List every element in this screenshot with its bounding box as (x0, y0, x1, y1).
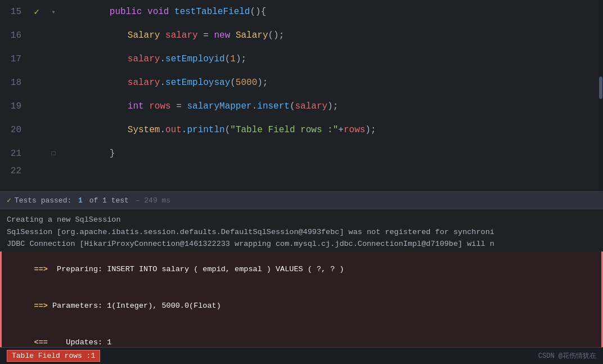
test-check-icon: ✓ (34, 6, 39, 17)
line-number-21: 21 (0, 149, 28, 159)
keyword-int: int (128, 101, 144, 111)
class-salary: Salary (128, 30, 160, 41)
fold-icon-15[interactable]: ▾ (51, 8, 55, 16)
arrow-parameters: ==> (34, 302, 48, 310)
var-rows: rows (149, 101, 170, 111)
line-number-20: 20 (0, 125, 28, 135)
test-passed-icon: ✓ (7, 196, 11, 205)
keyword-new: new (214, 30, 230, 41)
tests-passed-label: Tests passed: 1 of 1 test – 249 ms (15, 196, 170, 205)
fold-gutter-15[interactable]: ▾ (45, 8, 62, 16)
code-content-21: } (62, 138, 115, 169)
parameters-text: Parameters: 1(Integer), 5000.0(Float) (48, 302, 221, 310)
string-table-field-rows: "Table Field rows :" (230, 125, 338, 135)
tests-passed-text: Tests passed: (15, 196, 71, 205)
class-system: System (128, 125, 160, 135)
fold-gutter-21[interactable]: □ (45, 150, 62, 158)
console-line-parameters: ==> Parameters: 1(Integer), 5000.0(Float… (0, 288, 603, 325)
fold-end-icon-21: □ (51, 150, 55, 158)
line-number-18: 18 (0, 78, 28, 88)
code-editor: 15 ✓ ▾ public void testTableField(){ 16 … (0, 0, 603, 191)
console-line-3: JDBC Connection [HikariProxyConnection@1… (0, 238, 603, 250)
var-salary-17: salary (128, 54, 160, 64)
line-gutter-15: ✓ (28, 6, 45, 17)
keyword-void: void (147, 7, 169, 17)
line-number-15: 15 (0, 7, 28, 17)
console-output: Creating a new SqlSession SqlSession [or… (0, 209, 603, 364)
line-number-19: 19 (0, 101, 28, 111)
status-author: CSDN @花伤情犹在 (538, 351, 596, 361)
keyword-out: out (165, 125, 182, 135)
var-rows-20: rows (344, 125, 365, 135)
method-insert: insert (257, 101, 290, 111)
tests-count-value: 1 (78, 196, 83, 205)
line-number-16: 16 (0, 30, 28, 41)
console-line-preparing: ==> Preparing: INSERT INTO salary ( empi… (0, 251, 603, 288)
status-result: Table Field rows :1 (7, 350, 100, 362)
var-salary-19: salary (295, 101, 328, 111)
test-results-bar: ✓ Tests passed: 1 of 1 test – 249 ms (0, 191, 603, 209)
preparing-text: Preparing: INSERT INTO salary ( empid, e… (48, 265, 344, 273)
line-number-22: 22 (0, 166, 28, 176)
app-container: 15 ✓ ▾ public void testTableField(){ 16 … (0, 0, 603, 364)
method-setEmployid: setEmployid (165, 54, 225, 64)
method-setEmploysay: setEmploysay (165, 78, 230, 88)
val-5000: 5000 (236, 78, 257, 88)
arrow-preparing: ==> (34, 265, 48, 273)
val-1: 1 (230, 54, 236, 64)
function-name: testTableField (174, 7, 250, 17)
class-salary-new: Salary (236, 30, 268, 41)
var-salaryMapper: salaryMapper (187, 101, 251, 111)
status-bar: Table Field rows :1 CSDN @花伤情犹在 (0, 347, 603, 364)
updates-text: Updates: 1 (48, 338, 111, 347)
var-salary: salary (165, 30, 198, 41)
arrow-updates: <== (34, 338, 48, 347)
console-line-2: SqlSession [org.apache.ibatis.session.de… (0, 226, 603, 239)
code-line-21: 21 □ } (0, 142, 603, 165)
tests-time-text: – 249 ms (136, 196, 170, 205)
var-salary-18: salary (128, 78, 160, 88)
tests-total-text: of 1 test (89, 196, 129, 205)
console-line-1: Creating a new SqlSession (0, 214, 603, 226)
keyword-public: public (110, 7, 142, 17)
line-number-17: 17 (0, 54, 28, 64)
method-println: println (187, 125, 224, 135)
